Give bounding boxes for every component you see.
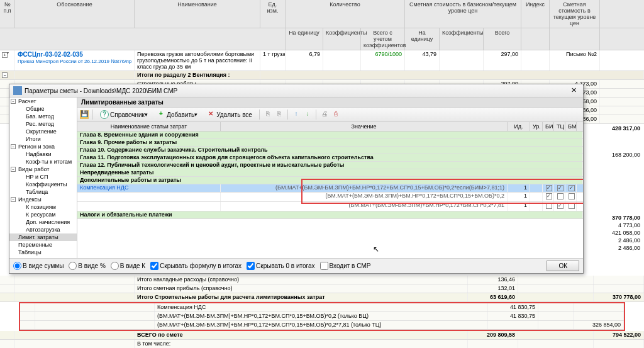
col-num: № п.п (0, 0, 15, 28)
summary-row: Компенсация НДС41 830,75 (20, 303, 624, 312)
tree-toggle-icon[interactable]: − (11, 144, 16, 149)
tree-child[interactable]: Рес. метод (9, 120, 77, 128)
reference-button[interactable]: ?Справочник ▾ (97, 109, 151, 120)
summary-row: ВСЕГО по смете209 809,58794 522,00 (0, 331, 644, 340)
checkbox[interactable] (546, 203, 552, 209)
summary-row: (БМ.МАТ+(БМ.ЭМ-БМ.ЗПМ)+БМ.НР*0,172+БМ.СП… (20, 312, 624, 321)
tree-node[interactable]: −Индексы (9, 196, 77, 203)
tree-toggle-icon[interactable]: − (11, 99, 16, 104)
bottom-summary: Итого накладные расходы (справочно)136,4… (0, 276, 644, 348)
summary-row: Итого накладные расходы (справочно)136,4… (0, 276, 644, 284)
tree-child[interactable]: Итоги (9, 135, 77, 143)
tree-child[interactable]: Коэф-ты к итогам (9, 158, 77, 166)
cursor-icon: ↖ (373, 245, 379, 254)
checkbox[interactable] (569, 193, 575, 199)
down-icon[interactable]: ↓ (303, 110, 312, 119)
collapse-icon[interactable]: − (2, 72, 8, 78)
grid-header: Наименование статьи затрат Значение Ид. … (77, 122, 583, 132)
checkbox[interactable] (557, 203, 564, 209)
panel-title: Лимитированные затраты (77, 98, 583, 108)
tree-child[interactable]: К позициям (9, 203, 77, 211)
col-justification: Обоснование (15, 0, 135, 28)
export-icon[interactable]: ⎙ (331, 110, 340, 119)
tool-icon[interactable]: ⎘ (275, 110, 284, 119)
up-icon[interactable]: ↑ (292, 110, 301, 119)
formula-row[interactable]: Компенсация НДС(БМ.МАТ+(БМ.ЭМ-БМ.ЗПМ)+БМ… (77, 184, 583, 193)
app-icon (13, 86, 22, 95)
tree-toggle-icon[interactable]: − (11, 167, 16, 172)
radio-coef[interactable]: В виде К (111, 262, 145, 270)
delete-all-button[interactable]: ✕Удалить все (203, 109, 255, 120)
tree-child[interactable]: Надбавки (9, 150, 77, 158)
params-tree[interactable]: −РасчетОбщиеБаз. методРес. методОкруглен… (9, 98, 77, 259)
checkbox[interactable] (569, 185, 575, 191)
save-icon[interactable]: 💾 (80, 110, 89, 119)
radio-percent[interactable]: В виде % (69, 262, 105, 270)
tool-icon[interactable]: ⎘ (264, 110, 272, 119)
chapter-row[interactable]: Непредвиденные затраты (77, 169, 583, 177)
ok-button[interactable]: ОК (547, 261, 579, 271)
chapter-row[interactable]: Дополнительные работы и затраты (77, 177, 583, 184)
col-final: Сметная стоимость в текущем уровне цен (550, 0, 600, 28)
tree-node[interactable]: −Расчет (9, 98, 77, 105)
section-total-row: − Итоги по разделу 2 Вентиляция : (0, 71, 644, 80)
expand-icon[interactable]: + (2, 52, 8, 58)
check-hide-formula[interactable]: Скрывать формулу в итогах (150, 262, 242, 270)
summary-row: Итого Строительные работы для расчета ли… (0, 293, 644, 302)
check-in-smr[interactable]: Входит в СМР (320, 262, 371, 270)
col-name: Наименование (135, 0, 260, 28)
col-cost-group: Сметная стоимость в базисном/текущем уро… (405, 0, 521, 28)
tree-child[interactable]: Общие (9, 105, 77, 113)
chapter-row[interactable]: Глава 8. Временные здания и сооружения (77, 132, 583, 139)
checkbox[interactable] (546, 185, 552, 191)
tree-toggle-icon[interactable]: − (11, 197, 16, 202)
tree-node[interactable]: Лимит. затраты (9, 233, 77, 241)
tree-node[interactable]: Таблицы (9, 249, 77, 256)
checkbox[interactable] (569, 203, 575, 209)
tree-child[interactable]: Баз. метод (9, 113, 77, 120)
tree-node[interactable]: Переменные (9, 241, 77, 249)
formula-row[interactable]: (БМ.МАТ+(БМ.ЭМ-БМ.ЗПМ)+БМ.НР*0,172+БМ.СП… (77, 193, 583, 202)
tree-node[interactable]: −Регион и зона (9, 143, 77, 150)
col-qty-group: Количество (286, 0, 405, 28)
chapter-row[interactable]: Глава 9. Прочие работы и затраты (77, 139, 583, 147)
dialog-titlebar[interactable]: Параметры сметы - Downloads\МДС 2020\БИМ… (9, 84, 583, 98)
check-hide-zero[interactable]: Скрывать 0 в итогах (247, 262, 315, 270)
chapter-row[interactable]: Глава 10. Содержание службы заказчика. С… (77, 147, 583, 154)
checkbox[interactable] (557, 193, 564, 199)
grid-header-row1: № п.п Обоснование Наименование Ед. изм. … (0, 0, 644, 28)
position-row[interactable]: + 7 ФССЦпг-03-02-02-035Приказ Минстроя Р… (0, 50, 644, 71)
tree-child[interactable]: Коэффициенты (9, 181, 77, 188)
limited-costs-grid[interactable]: Наименование статьи затрат Значение Ид. … (77, 122, 583, 259)
tree-child[interactable]: Округление (9, 128, 77, 135)
toolbar: 💾 ?Справочник ▾ +Добавить ▾ ✕Удалить все… (77, 108, 583, 122)
chapter-row[interactable]: Глава 12. Публичный технологический и це… (77, 162, 583, 169)
close-button[interactable]: ✕ (568, 86, 579, 95)
dialog-title: Параметры сметы - Downloads\МДС 2020\БИМ… (25, 87, 568, 94)
checkbox[interactable] (557, 185, 564, 191)
estimate-params-dialog: Параметры сметы - Downloads\МДС 2020\БИМ… (9, 84, 584, 274)
add-button[interactable]: +Добавить ▾ (153, 109, 201, 120)
tree-child[interactable]: К ресурсам (9, 211, 77, 218)
tree-child[interactable]: Автозагрузка (9, 226, 77, 233)
summary-row: В том числе: (0, 340, 644, 348)
tree-child[interactable]: НР и СП (9, 173, 77, 181)
dialog-footer: В виде суммы В виде % В виде К Скрывать … (9, 258, 583, 273)
summary-row: Итого сметная прибыль (справочно)132,01 (0, 284, 644, 293)
summary-row: (БМ.МАТ+(БМ.ЭМ-БМ.ЗПМ)+БМ.НР*0,172+БМ.СП… (20, 321, 624, 330)
tree-node[interactable]: −Виды работ (9, 166, 77, 173)
tree-child[interactable]: Доп. начисления (9, 218, 77, 226)
chapter-row[interactable]: Глава 11. Подготовка эксплуатационных ка… (77, 154, 583, 162)
print-icon[interactable]: 🖨 (320, 110, 329, 119)
col-index: Индекс (521, 0, 550, 28)
highlight-frame: Компенсация НДС41 830,75(БМ.МАТ+(БМ.ЭМ-Б… (19, 302, 625, 331)
checkbox[interactable] (546, 193, 552, 199)
grid-header-row2: На единицу Коэффициенты Всего с учетом к… (0, 28, 644, 50)
radio-sum[interactable]: В виде суммы (13, 262, 64, 270)
formula-row[interactable]: (БМ.МАТ+(БМ.ЭМ-БМ.ЗПМ)+БМ.НР*0,172+БМ.СП… (77, 202, 583, 211)
tree-child[interactable]: Таблица (9, 188, 77, 196)
taxes-section[interactable]: Налоги и обязательные платежи (77, 211, 583, 219)
col-unit: Ед. изм. (260, 0, 286, 28)
